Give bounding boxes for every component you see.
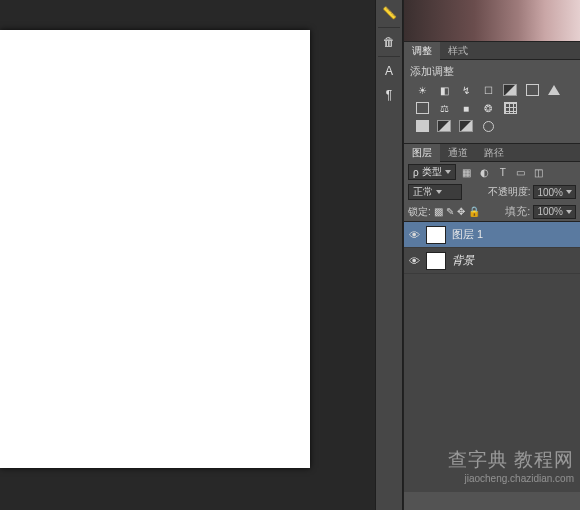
filter-smart-icon[interactable]: ◫ <box>532 165 546 179</box>
layer-lock-row: 锁定: ▩ ✎ ✥ 🔒 填充: 100% <box>404 202 580 222</box>
fill-label: 填充: <box>505 204 530 219</box>
filter-shape-icon[interactable]: ▭ <box>514 165 528 179</box>
lock-label: 锁定: <box>408 205 431 219</box>
lock-pixels-icon[interactable]: ✎ <box>446 206 454 217</box>
bucket-icon[interactable]: 🗑 <box>376 31 402 53</box>
blend-mode-dropdown[interactable]: 正常 <box>408 184 462 200</box>
lock-position-icon[interactable]: ✥ <box>457 206 465 217</box>
exposure-icon[interactable]: ☐ <box>480 83 496 97</box>
bw-icon[interactable]: ■ <box>458 101 474 115</box>
canvas-document[interactable] <box>0 30 310 468</box>
color-swatches-preview[interactable] <box>404 0 580 42</box>
diag2-icon[interactable] <box>458 119 474 133</box>
curves-icon[interactable]: ↯ <box>458 83 474 97</box>
filter-type-label: 类型 <box>422 165 442 179</box>
visibility-icon[interactable]: 👁 <box>408 255 420 267</box>
adjustments-title: 添加调整 <box>410 64 574 79</box>
text-a-icon[interactable]: A <box>376 60 402 82</box>
filter-text-icon[interactable]: T <box>496 165 510 179</box>
adjust-icon-row-1: ☀ ◧ ↯ ☐ <box>410 83 574 97</box>
adjust-icon-row-3 <box>410 119 574 133</box>
lock-transparency-icon[interactable]: ▩ <box>434 206 443 217</box>
tab-layers[interactable]: 图层 <box>404 144 440 162</box>
lock-icons-group: 锁定: ▩ ✎ ✥ 🔒 <box>408 205 480 219</box>
adjustments-panel: 添加调整 ☀ ◧ ↯ ☐ ⚖ ■ ❂ <box>404 60 580 143</box>
layer-blend-row: 正常 不透明度: 100% <box>404 182 580 202</box>
visibility-icon[interactable]: 👁 <box>408 229 420 241</box>
layer-thumbnail[interactable] <box>426 252 446 270</box>
vibrance-icon[interactable] <box>502 83 518 97</box>
adjust-icon-row-2: ⚖ ■ ❂ <box>410 101 574 115</box>
levels-icon[interactable]: ◧ <box>436 83 452 97</box>
layer-thumbnail[interactable] <box>426 226 446 244</box>
layers-tabs: 图层 通道 路径 <box>404 144 580 162</box>
layer-row[interactable]: 👁 图层 1 <box>404 222 580 248</box>
layer-row[interactable]: 👁 背景 <box>404 248 580 274</box>
layer-list: 👁 图层 1 👁 背景 <box>404 222 580 492</box>
mixer-icon[interactable]: ❂ <box>480 101 496 115</box>
blend-mode-value: 正常 <box>413 185 433 199</box>
box2-icon[interactable] <box>414 101 430 115</box>
layer-name-label: 背景 <box>452 253 474 268</box>
vertical-tool-strip: 📏 🗑 A ¶ <box>375 0 403 510</box>
opacity-input[interactable]: 100% <box>533 185 576 199</box>
tab-paths[interactable]: 路径 <box>476 144 512 162</box>
triangle-icon[interactable] <box>546 83 562 97</box>
tab-adjustments[interactable]: 调整 <box>404 42 440 60</box>
brightness-icon[interactable]: ☀ <box>414 83 430 97</box>
filter-icons-group: ▦ ◐ T ▭ ◫ <box>460 165 546 179</box>
fill-value: 100% <box>537 206 563 217</box>
filter-pixel-icon[interactable]: ▦ <box>460 165 474 179</box>
balance-icon[interactable]: ⚖ <box>436 101 452 115</box>
layers-panel: 图层 通道 路径 ρ 类型 ▦ ◐ T ▭ ◫ 正常 <box>404 143 580 492</box>
layer-name-label: 图层 1 <box>452 227 483 242</box>
filter-type-dropdown[interactable]: ρ 类型 <box>408 164 456 180</box>
lock-all-icon[interactable]: 🔒 <box>468 206 480 217</box>
circle-icon[interactable] <box>480 119 496 133</box>
adjust-tabs: 调整 样式 <box>404 42 580 60</box>
grid-icon[interactable] <box>502 101 518 115</box>
canvas-workspace <box>0 0 375 510</box>
panels-column: 调整 样式 添加调整 ☀ ◧ ↯ ☐ ⚖ ■ ❂ 图层 <box>403 0 580 510</box>
box3-icon[interactable] <box>414 119 430 133</box>
filter-adjust-icon[interactable]: ◐ <box>478 165 492 179</box>
paragraph-icon[interactable]: ¶ <box>376 84 402 106</box>
diag1-icon[interactable] <box>436 119 452 133</box>
fill-input[interactable]: 100% <box>533 205 576 219</box>
tab-styles[interactable]: 样式 <box>440 42 476 60</box>
box1-icon[interactable] <box>524 83 540 97</box>
opacity-label: 不透明度: <box>488 185 531 199</box>
opacity-value: 100% <box>537 187 563 198</box>
tab-channels[interactable]: 通道 <box>440 144 476 162</box>
layer-filter-row: ρ 类型 ▦ ◐ T ▭ ◫ <box>404 162 580 182</box>
ruler-icon[interactable]: 📏 <box>376 2 402 24</box>
